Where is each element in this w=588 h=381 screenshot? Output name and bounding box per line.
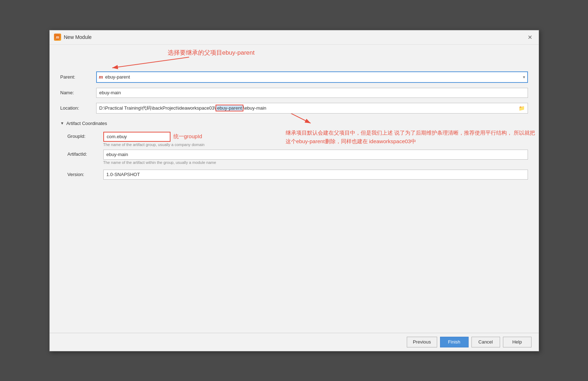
app-icon: m <box>54 34 61 41</box>
groupid-input[interactable] <box>103 132 171 142</box>
name-row: Name: <box>60 88 528 98</box>
location-row: Location: D:\Practical Training\代码\backP… <box>60 103 528 114</box>
version-input[interactable] <box>103 170 528 180</box>
artifactid-row: ArtifactId: The name of the artifact wit… <box>68 150 528 165</box>
artifactid-input[interactable] <box>103 150 528 160</box>
parent-input-wrapper[interactable]: m ebuy-parent ▾ <box>96 71 528 83</box>
groupid-label: GroupId: <box>68 132 100 139</box>
maven-icon: m <box>99 74 103 80</box>
groupid-field-wrap: 统一groupId The name of the artifact group… <box>103 132 528 147</box>
groupid-row: GroupId: 统一groupId The name of the artif… <box>68 132 528 147</box>
artifactid-label: ArtifactId: <box>68 150 100 157</box>
new-module-dialog: m New Module ✕ 选择要继承的父项目ebuy-parent Pa <box>49 30 539 351</box>
name-input[interactable] <box>96 88 528 98</box>
version-row: Version: <box>68 170 528 180</box>
version-label: Version: <box>68 172 100 177</box>
svg-text:m: m <box>56 35 59 39</box>
location-label: Location: <box>60 105 93 111</box>
title-bar-left: m New Module <box>54 34 92 41</box>
svg-line-3 <box>112 57 189 68</box>
parent-row: Parent: m ebuy-parent ▾ <box>60 71 528 83</box>
finish-button[interactable]: Finish <box>440 337 469 347</box>
bottom-bar: Previous Finish Cancel Help <box>50 333 539 351</box>
parent-value: ebuy-parent <box>105 74 520 80</box>
parent-input-inner: m ebuy-parent ▾ <box>97 72 527 82</box>
name-label: Name: <box>60 90 93 95</box>
artifact-section-title: Artifact Coordinates <box>66 121 107 126</box>
location-input-wrapper: D:\Practical Training\代码\backProject\ide… <box>96 103 528 114</box>
previous-button[interactable]: Previous <box>407 337 437 347</box>
location-text-before: D:\Practical Training\代码\backProject\ide… <box>97 103 516 113</box>
artifact-section-body: GroupId: 统一groupId The name of the artif… <box>68 132 528 180</box>
groupid-hint: The name of the artifact group, usually … <box>103 142 528 147</box>
parent-label: Parent: <box>60 74 93 80</box>
collapse-triangle-icon: ▼ <box>60 121 64 125</box>
cancel-button[interactable]: Cancel <box>471 337 500 347</box>
dropdown-arrow-icon[interactable]: ▾ <box>523 75 525 80</box>
location-highlight: ebuy-parent <box>216 105 243 111</box>
artifactid-field-wrap: The name of the artifact within the grou… <box>103 150 528 165</box>
artifact-section-header[interactable]: ▼ Artifact Coordinates <box>60 121 528 126</box>
artifactid-hint: The name of the artifact within the grou… <box>103 160 528 165</box>
top-annotation: 选择要继承的父项目ebuy-parent <box>168 48 255 57</box>
dialog-title: New Module <box>64 34 92 40</box>
groupid-annotation: 统一groupId <box>173 132 202 141</box>
folder-icon[interactable]: 📁 <box>516 105 528 111</box>
help-button[interactable]: Help <box>503 337 532 347</box>
groupid-input-row: 统一groupId <box>103 132 528 142</box>
title-bar: m New Module ✕ <box>50 30 539 45</box>
dialog-content: 选择要继承的父项目ebuy-parent Parent: m ebuy-pare… <box>50 45 539 333</box>
close-button[interactable]: ✕ <box>525 33 534 41</box>
